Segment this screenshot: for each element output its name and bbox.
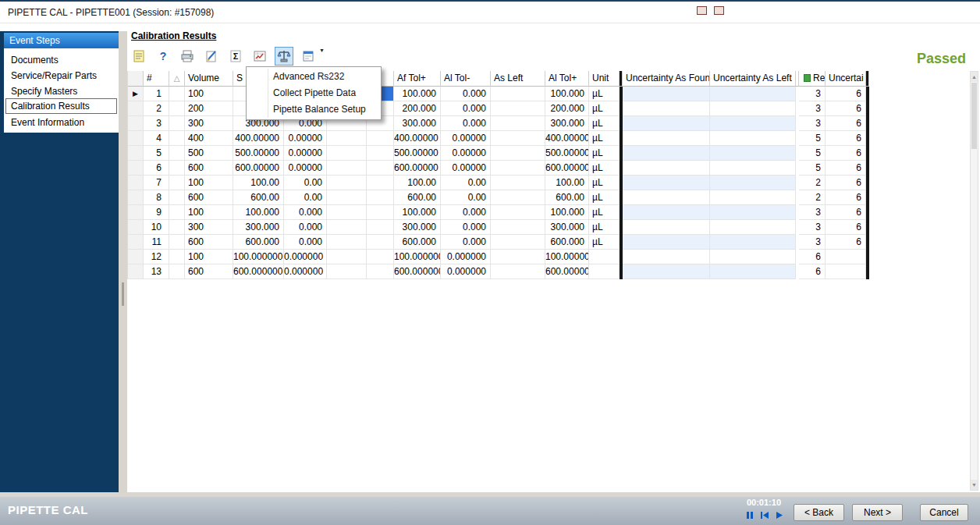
sidebar-item-specify-masters[interactable]: Specify Masters	[5, 83, 117, 98]
cell-al_tol_plus[interactable]: 600.000	[545, 235, 589, 250]
cell-volume[interactable]: 100	[185, 250, 233, 264]
cell-af_tol_plus[interactable]: 600.00	[394, 190, 441, 205]
cell-uncertainty_as_left[interactable]	[710, 264, 796, 279]
cell-t[interactable]: 0.00	[284, 190, 327, 205]
cell-s[interactable]: 600.000000	[233, 264, 284, 279]
cell-as_left[interactable]	[491, 264, 545, 279]
row-marker[interactable]	[128, 190, 144, 205]
sidebar-item-event-information[interactable]: Event Information	[5, 114, 117, 129]
cell-al_tol_plus[interactable]: 100.000	[545, 205, 589, 220]
cell-volume[interactable]: 100	[185, 87, 233, 101]
column-header-uncertainty_as_found[interactable]: Uncertainty As Foun	[623, 71, 710, 87]
cell-uncertainty_as_left[interactable]	[710, 101, 796, 116]
cell-sort[interactable]	[169, 161, 185, 176]
column-header-as_left[interactable]: As Left	[491, 71, 545, 87]
menu-item-advanced-rs232[interactable]: Advanced Rs232	[247, 69, 381, 85]
cell-af_tol_plus[interactable]: 100.000	[394, 205, 441, 220]
cell-uncertainty_as_left[interactable]	[710, 116, 796, 131]
cell-x2[interactable]	[367, 190, 394, 205]
column-header-al_tol_minus[interactable]: Al Tol-	[441, 71, 491, 87]
cell-volume[interactable]: 600	[185, 264, 233, 279]
row-marker[interactable]	[128, 131, 144, 146]
cell-uncertai[interactable]: 6	[826, 131, 866, 146]
cell-num[interactable]: 8	[144, 190, 169, 205]
cell-as_left[interactable]	[491, 176, 545, 190]
cell-af_tol_plus[interactable]: 100.00	[394, 176, 441, 190]
cell-res[interactable]: 5	[799, 161, 826, 176]
cell-t[interactable]: 0.00000	[284, 146, 327, 161]
cell-x1[interactable]	[327, 131, 367, 146]
cell-x1[interactable]	[327, 250, 367, 264]
cell-as_left[interactable]	[491, 131, 545, 146]
column-header-volume[interactable]: Volume	[185, 71, 233, 87]
cell-volume[interactable]: 600	[185, 161, 233, 176]
cell-uncertai[interactable]: 6	[826, 146, 866, 161]
cell-uncertai[interactable]: 6	[826, 116, 866, 131]
cell-as_left[interactable]	[491, 146, 545, 161]
cell-al_tol_minus[interactable]: 0.000	[441, 87, 491, 101]
cell-res[interactable]: 3	[799, 101, 826, 116]
column-header-unit[interactable]: Unit	[589, 71, 620, 87]
menu-item-collect-pipette-data[interactable]: Collect Pipette Data	[247, 85, 381, 101]
cell-sort[interactable]	[169, 190, 185, 205]
cell-af_tol_plus[interactable]: 100.000000	[394, 250, 441, 264]
column-header-al_tol_plus[interactable]: Al Tol+	[545, 71, 589, 87]
cell-sort[interactable]	[169, 131, 185, 146]
cell-volume[interactable]: 200	[185, 101, 233, 116]
cell-unit[interactable]: µL	[589, 87, 620, 101]
column-header-uncertainty_as_left[interactable]: Uncertainty As Left	[710, 71, 796, 87]
row-marker[interactable]	[128, 264, 144, 279]
cell-as_left[interactable]	[491, 220, 545, 235]
cell-num[interactable]: 6	[144, 161, 169, 176]
cell-res[interactable]: 5	[799, 131, 826, 146]
column-header-sort[interactable]: △	[169, 71, 185, 87]
cell-s[interactable]: 100.000	[233, 205, 284, 220]
cell-uncertai[interactable]: 6	[826, 161, 866, 176]
cell-sort[interactable]	[169, 87, 185, 101]
cell-res[interactable]: 3	[799, 87, 826, 101]
cell-al_tol_minus[interactable]: 0.000	[441, 220, 491, 235]
cell-x1[interactable]	[327, 161, 367, 176]
cell-as_left[interactable]	[491, 101, 545, 116]
help-icon[interactable]: ?	[154, 47, 172, 66]
row-marker[interactable]	[128, 235, 144, 250]
next-button[interactable]: Next >	[852, 504, 903, 521]
cell-uncertainty_as_found[interactable]	[623, 146, 710, 161]
cell-s[interactable]: 600.00	[233, 190, 284, 205]
scroll-down-icon[interactable]: ▼	[971, 480, 978, 490]
cell-uncertai[interactable]: 6	[826, 176, 866, 190]
cell-af_tol_plus[interactable]: 500.00000	[394, 146, 441, 161]
cell-al_tol_plus[interactable]: 500.00000	[545, 146, 589, 161]
cell-t[interactable]: 0.000	[284, 220, 327, 235]
cell-res[interactable]: 3	[799, 235, 826, 250]
cell-uncertainty_as_left[interactable]	[710, 87, 796, 101]
cell-al_tol_minus[interactable]: 0.00000	[441, 161, 491, 176]
sidebar-item-calibration-results[interactable]: Calibration Results	[5, 98, 117, 114]
cell-uncertainty_as_found[interactable]	[623, 264, 710, 279]
report-window-icon[interactable]	[299, 47, 318, 66]
row-marker[interactable]	[128, 176, 144, 190]
cell-al_tol_minus[interactable]: 0.000000	[441, 250, 491, 264]
cell-x2[interactable]	[367, 250, 394, 264]
cell-num[interactable]: 10	[144, 220, 169, 235]
report-icon[interactable]	[250, 47, 269, 66]
cell-al_tol_minus[interactable]: 0.000	[441, 205, 491, 220]
cell-al_tol_plus[interactable]: 600.00000	[545, 264, 589, 279]
cell-num[interactable]: 4	[144, 131, 169, 146]
cell-volume[interactable]: 600	[185, 235, 233, 250]
cell-t[interactable]: 0.00000	[284, 161, 327, 176]
cell-volume[interactable]: 500	[185, 146, 233, 161]
cell-x2[interactable]	[367, 235, 394, 250]
cell-uncertai[interactable]: 6	[826, 87, 866, 101]
column-header-af_tol_plus[interactable]: Af Tol+	[394, 71, 441, 87]
cell-s[interactable]: 400.00000	[233, 131, 284, 146]
edit-icon[interactable]	[202, 47, 221, 66]
cell-uncertainty_as_left[interactable]	[710, 190, 796, 205]
cell-uncertainty_as_found[interactable]	[623, 235, 710, 250]
cell-x2[interactable]	[367, 146, 394, 161]
cell-al_tol_plus[interactable]: 100.00	[545, 176, 589, 190]
cell-unit[interactable]: µL	[589, 235, 620, 250]
cell-uncertai[interactable]: 6	[826, 101, 866, 116]
cell-uncertainty_as_found[interactable]	[623, 116, 710, 131]
cancel-button[interactable]: Cancel	[920, 504, 968, 521]
